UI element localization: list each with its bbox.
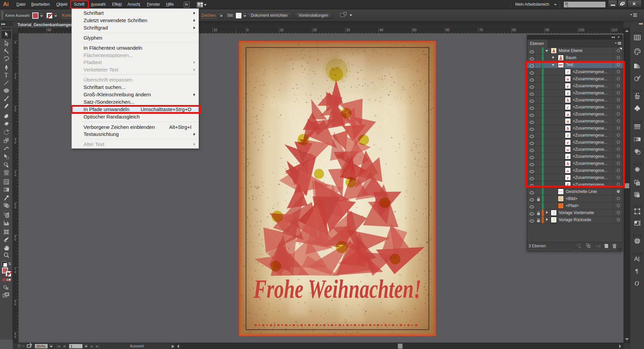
- svg-text:10: 10: [280, 28, 284, 32]
- svg-text:Frohe Weihnachten!: Frohe Weihnachten!: [253, 274, 421, 303]
- svg-text:30: 30: [346, 28, 351, 32]
- svg-text:0: 0: [14, 206, 16, 209]
- svg-text:80: 80: [513, 28, 517, 32]
- svg-text:0: 0: [14, 141, 16, 144]
- svg-text:110: 110: [612, 28, 618, 32]
- svg-text:70: 70: [479, 28, 483, 32]
- svg-text:60: 60: [48, 28, 52, 32]
- svg-text:20: 20: [313, 28, 317, 32]
- svg-text:40: 40: [380, 28, 384, 32]
- svg-text:0: 0: [14, 270, 16, 274]
- svg-text:100: 100: [579, 28, 585, 32]
- svg-text:A|: A|: [634, 256, 640, 262]
- svg-text:0: 0: [14, 41, 16, 44]
- svg-text:O: O: [635, 280, 639, 287]
- svg-text:10: 10: [214, 28, 218, 32]
- svg-text:0: 0: [14, 76, 16, 80]
- svg-text:0: 0: [14, 238, 16, 241]
- svg-text:60: 60: [446, 28, 450, 32]
- svg-text:0: 0: [14, 303, 16, 306]
- svg-text:90: 90: [546, 28, 550, 32]
- svg-text:50: 50: [413, 28, 417, 32]
- svg-text:0: 0: [14, 335, 16, 339]
- svg-text:¶: ¶: [635, 268, 638, 275]
- svg-text:0: 0: [14, 173, 16, 177]
- svg-text:0: 0: [247, 28, 249, 32]
- svg-text:T: T: [4, 72, 8, 79]
- svg-text:0: 0: [14, 109, 16, 112]
